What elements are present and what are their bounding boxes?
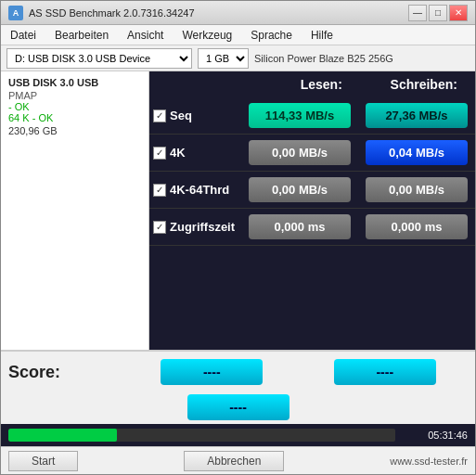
window-title: AS SSD Benchmark 2.0.7316.34247 xyxy=(29,7,195,19)
menu-werkzeug[interactable]: Werkzeug xyxy=(178,28,236,43)
score-schreiben-value: ---- xyxy=(334,359,436,385)
progress-area: 05:31:46 xyxy=(1,424,475,446)
right-benchmark: Lesen: Schreiben: ✓ Seq 114,33 MB/s 27,3… xyxy=(149,71,475,350)
left-panel: USB DISK 3.0 USB PMAP - OK 64 K - OK 230… xyxy=(1,71,149,350)
4k-schreiben-value: 0,04 MB/s xyxy=(366,140,468,165)
score-row: Score: ---- ---- xyxy=(1,350,475,392)
zugriffszeit-schreiben-value: 0,000 ms xyxy=(366,214,468,239)
bottom-bar: Start Abbrechen www.ssd-tester.fr xyxy=(1,446,475,474)
row-seq-label: ✓ Seq xyxy=(149,109,241,122)
4k-schreiben-cell: 0,04 MB/s xyxy=(358,138,475,167)
4k64thrd-lesen-cell: 0,00 MB/s xyxy=(241,175,358,204)
progress-bar-background xyxy=(8,429,395,442)
4k64thrd-lesen-value: 0,00 MB/s xyxy=(249,177,351,202)
row-seq: ✓ Seq 114,33 MB/s 27,36 MB/s xyxy=(149,97,475,135)
checkbox-seq[interactable]: ✓ xyxy=(153,109,166,122)
score-title: Score: xyxy=(8,363,60,381)
4k-lesen-cell: 0,00 MB/s xyxy=(241,138,358,167)
score-label-area: Score: xyxy=(5,363,125,382)
score-schreiben-cell: ---- xyxy=(299,357,472,387)
menu-bar: Datei Bearbeiten Ansicht Werkzeug Sprach… xyxy=(1,25,475,45)
seq-schreiben-value: 27,36 MB/s xyxy=(366,103,468,128)
checkbox-4k64thrd[interactable]: ✓ xyxy=(153,184,166,197)
drive-size: 230,96 GB xyxy=(8,125,141,136)
device-label: Silicon Power Blaze B25 256G xyxy=(254,53,470,64)
row-zugriffszeit: ✓ Zugriffszeit 0,000 ms 0,000 ms xyxy=(149,209,475,246)
menu-sprache[interactable]: Sprache xyxy=(247,28,296,43)
close-button[interactable]: ✕ xyxy=(449,5,468,21)
size-select[interactable]: 1 GB xyxy=(198,48,249,69)
score-total-row: ---- xyxy=(1,392,475,424)
pmap-label: PMAP xyxy=(8,90,141,101)
benchmark-area: USB DISK 3.0 USB PMAP - OK 64 K - OK 230… xyxy=(1,71,475,350)
menu-bearbeiten[interactable]: Bearbeiten xyxy=(51,28,112,43)
status-64k: 64 K - OK xyxy=(8,112,141,123)
title-bar: A AS SSD Benchmark 2.0.7316.34247 — □ ✕ xyxy=(1,1,475,25)
cancel-button[interactable]: Abbrechen xyxy=(184,451,284,471)
title-buttons: — □ ✕ xyxy=(408,5,468,21)
score-lesen-value: ---- xyxy=(161,359,263,385)
menu-hilfe[interactable]: Hilfe xyxy=(307,28,337,43)
zugriffszeit-schreiben-cell: 0,000 ms xyxy=(358,212,475,241)
minimize-button[interactable]: — xyxy=(408,5,427,21)
status-ok: - OK xyxy=(8,101,141,112)
checkbox-zugriffszeit[interactable]: ✓ xyxy=(153,221,166,234)
row-4k64thrd: ✓ 4K-64Thrd 0,00 MB/s 0,00 MB/s xyxy=(149,172,475,209)
seq-schreiben-cell: 27,36 MB/s xyxy=(358,101,475,130)
zugriffszeit-lesen-value: 0,000 ms xyxy=(249,214,351,239)
4k64thrd-label: 4K-64Thrd xyxy=(170,183,229,197)
menu-datei[interactable]: Datei xyxy=(6,28,40,43)
score-lesen-cell: ---- xyxy=(125,357,299,387)
row-4k-label: ✓ 4K xyxy=(149,146,241,160)
4k-lesen-value: 0,00 MB/s xyxy=(249,140,351,165)
header-schreiben: Schreiben: xyxy=(373,77,476,92)
row-4k: ✓ 4K 0,00 MB/s 0,04 MB/s xyxy=(149,135,475,172)
main-window: A AS SSD Benchmark 2.0.7316.34247 — □ ✕ … xyxy=(0,0,476,475)
4k64thrd-schreiben-value: 0,00 MB/s xyxy=(366,177,468,202)
checkbox-4k[interactable]: ✓ xyxy=(153,147,166,160)
score-total-value: ---- xyxy=(187,394,289,420)
seq-lesen-cell: 114,33 MB/s xyxy=(241,101,358,130)
seq-lesen-value: 114,33 MB/s xyxy=(249,103,351,128)
seq-label: Seq xyxy=(170,109,192,122)
zugriffszeit-label: Zugriffszeit xyxy=(170,220,235,234)
start-button[interactable]: Start xyxy=(8,451,78,471)
header-spacer xyxy=(149,77,270,92)
app-icon: A xyxy=(8,6,23,20)
website-label: www.ssd-tester.fr xyxy=(390,456,468,467)
maximize-button[interactable]: □ xyxy=(429,5,447,21)
progress-bar-fill xyxy=(8,429,117,442)
zugriffszeit-lesen-cell: 0,000 ms xyxy=(241,212,358,241)
4k64thrd-schreiben-cell: 0,00 MB/s xyxy=(358,175,475,204)
progress-time: 05:31:46 xyxy=(403,430,468,441)
drive-name: USB DISK 3.0 USB xyxy=(8,77,141,88)
row-zugriffszeit-label: ✓ Zugriffszeit xyxy=(149,220,241,234)
row-4k64thrd-label: ✓ 4K-64Thrd xyxy=(149,183,241,197)
results-header: Lesen: Schreiben: xyxy=(149,71,475,97)
toolbar: D: USB DISK 3.0 USB Device 1 GB Silicon … xyxy=(1,45,475,71)
drive-select[interactable]: D: USB DISK 3.0 USB Device xyxy=(6,48,192,69)
title-bar-left: A AS SSD Benchmark 2.0.7316.34247 xyxy=(8,6,195,20)
4k-label: 4K xyxy=(170,146,186,160)
menu-ansicht[interactable]: Ansicht xyxy=(123,28,167,43)
header-lesen: Lesen: xyxy=(270,77,373,92)
